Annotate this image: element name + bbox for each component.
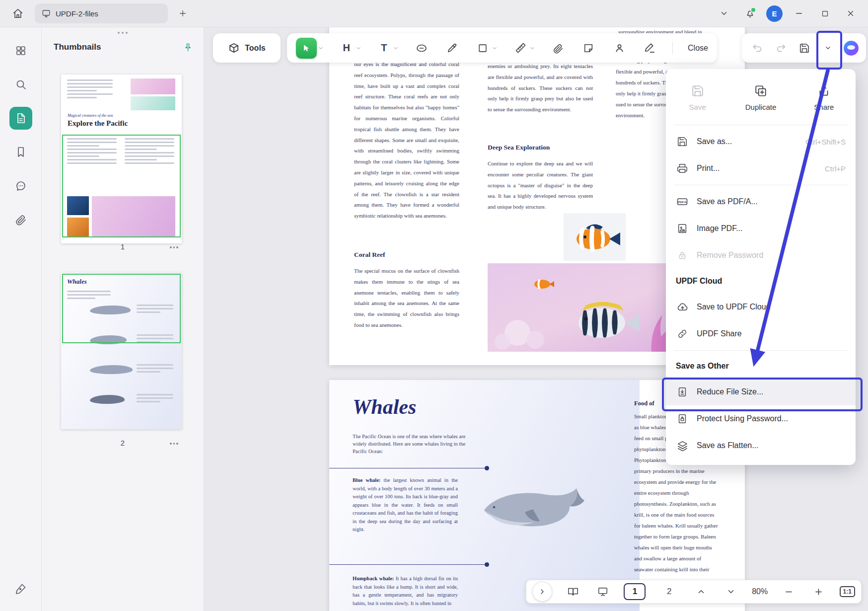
sticker-tool-button[interactable] <box>580 37 596 59</box>
mini-page-title: Explore the Pacific <box>68 119 128 128</box>
zoom-in-button[interactable] <box>810 583 827 601</box>
select-tool-chevron[interactable] <box>318 45 324 51</box>
menu-item-reduce-file-size[interactable]: Reduce File Size... <box>666 379 856 405</box>
new-tab-button[interactable] <box>175 5 191 21</box>
plus-icon <box>814 587 823 597</box>
rail-thumbnails-button[interactable] <box>9 107 32 130</box>
menu-item-save-as-flatten[interactable]: Save as Flatten... <box>666 432 856 459</box>
view-status-bar: 1 2 80% 1:1 <box>526 580 862 604</box>
shape-tool-chevron[interactable] <box>492 45 498 51</box>
undo-button[interactable] <box>749 37 765 59</box>
select-tool-button[interactable] <box>296 38 317 59</box>
page-icon <box>15 112 27 124</box>
slideshow-view-button[interactable] <box>594 583 611 601</box>
menu-save-button[interactable]: Save <box>666 84 729 111</box>
redo-button[interactable] <box>773 37 789 59</box>
minimize-button[interactable] <box>790 4 808 23</box>
tools-button[interactable]: Tools <box>213 33 281 63</box>
thumbnail-more-button[interactable] <box>170 246 178 248</box>
comment-ellipse-icon <box>416 42 428 54</box>
reading-view-button[interactable] <box>565 583 581 601</box>
page-button-1[interactable]: 1 <box>624 583 646 600</box>
mini-coral-image-2 <box>131 96 175 110</box>
close-window-button[interactable] <box>841 4 860 23</box>
save-as-icon <box>676 136 689 147</box>
rail-comment-button[interactable] <box>9 174 32 197</box>
person-icon <box>614 42 625 54</box>
cloud-upload-icon <box>676 302 689 313</box>
thumbnail-label-row-1: 1 <box>42 242 204 253</box>
redo-icon <box>776 43 787 54</box>
measure-tool-chevron[interactable] <box>529 45 535 51</box>
rail-signature-button[interactable] <box>9 577 32 600</box>
save-button[interactable] <box>796 37 812 59</box>
save-options-dropdown-button[interactable] <box>820 37 836 59</box>
text-tool-chevron[interactable] <box>393 45 399 51</box>
attach-file-button[interactable] <box>550 37 566 59</box>
heading-tool-button[interactable]: H <box>339 37 355 59</box>
menu-item-save-to-cloud[interactable]: Save to UPDF Cloud <box>666 294 856 320</box>
menu-item-image-pdf[interactable]: Image PDF... <box>666 215 856 242</box>
previous-page-button[interactable] <box>693 583 710 601</box>
menu-item-protect-password[interactable]: Protect Using Password... <box>666 405 856 432</box>
rail-search-button[interactable] <box>9 73 32 96</box>
humpback-whale-entry: Humpback whale: It has a high dorsal fin… <box>353 575 458 608</box>
minus-icon <box>784 587 794 597</box>
panel-drag-handle[interactable] <box>42 32 204 34</box>
titlebar-chevron-button[interactable] <box>715 4 733 23</box>
undo-icon <box>752 43 763 54</box>
updf-ai-button[interactable] <box>844 41 859 56</box>
close-edit-button[interactable]: Close <box>688 37 708 59</box>
mini-whale-illustration <box>90 335 127 344</box>
document-tab[interactable]: UPDF-2-files <box>35 3 168 23</box>
pin-icon[interactable] <box>183 43 193 52</box>
page1-col1-paragraph: our eyes is the magnificent and colorful… <box>354 59 459 222</box>
duplicate-icon <box>754 84 767 97</box>
mini-page-title: Whales <box>67 278 87 286</box>
actual-size-button[interactable]: 1:1 <box>840 586 855 597</box>
menu-duplicate-button[interactable]: Duplicate <box>729 84 792 111</box>
menu-item-print[interactable]: Print... Ctrl+P <box>666 155 856 182</box>
notifications-button[interactable] <box>740 4 759 23</box>
save-options-menu: Save Duplicate Share Save as... Ctrl+Shi… <box>666 69 856 465</box>
menu-item-save-as[interactable]: Save as... Ctrl+Shift+S <box>666 128 856 155</box>
thumbnail-number: 2 <box>42 439 204 447</box>
thumbnail-page-2[interactable]: Whales <box>61 273 182 429</box>
monitor-icon <box>42 9 51 18</box>
comment-tool-button[interactable] <box>414 37 430 59</box>
rail-attachment-button[interactable] <box>9 208 32 231</box>
section-separator-dot <box>485 466 489 470</box>
zoom-level[interactable]: 80% <box>752 587 768 596</box>
thumbnail-more-button[interactable] <box>170 443 178 445</box>
file-actions-bar <box>742 33 866 63</box>
menu-item-updf-share[interactable]: UPDF Share <box>666 320 856 347</box>
marker-pen-icon <box>446 42 458 54</box>
zoom-out-button[interactable] <box>781 583 797 601</box>
menu-item-remove-password[interactable]: Remove Password <box>666 242 856 269</box>
measure-tool-button[interactable] <box>512 37 528 59</box>
menu-item-save-as-pdfa[interactable]: PDF/A Save as PDF/A... <box>666 188 856 215</box>
search-icon <box>15 78 27 90</box>
heading-tool-chevron[interactable] <box>356 45 362 51</box>
rail-grid-button[interactable] <box>9 39 32 62</box>
deep-sea-heading: Deep Sea Exploration <box>488 144 550 152</box>
home-button[interactable] <box>8 3 28 23</box>
notification-dot <box>750 7 756 13</box>
signature-person-button[interactable] <box>611 37 627 59</box>
menu-share-button[interactable]: Share <box>793 84 856 111</box>
page-button-2[interactable]: 2 <box>658 583 680 600</box>
maximize-button[interactable] <box>815 4 834 23</box>
rail-bookmark-button[interactable] <box>9 141 32 163</box>
text-tool-button[interactable]: T <box>376 37 392 59</box>
expand-bar-button[interactable] <box>532 582 552 602</box>
chevron-right-icon <box>538 588 546 596</box>
thumbnail-page-1[interactable]: Magical creatures of the sea. Explore th… <box>61 75 182 243</box>
fill-sign-button[interactable] <box>642 37 658 59</box>
next-page-button[interactable] <box>723 583 739 601</box>
account-avatar[interactable]: E <box>766 5 783 22</box>
shape-tool-button[interactable] <box>475 37 491 59</box>
coral-reef-heading: Coral Reef <box>354 251 385 259</box>
highlighter-tool-button[interactable] <box>444 37 460 59</box>
chevron-down-icon <box>720 9 728 18</box>
svg-text:PDF/A: PDF/A <box>678 201 687 204</box>
